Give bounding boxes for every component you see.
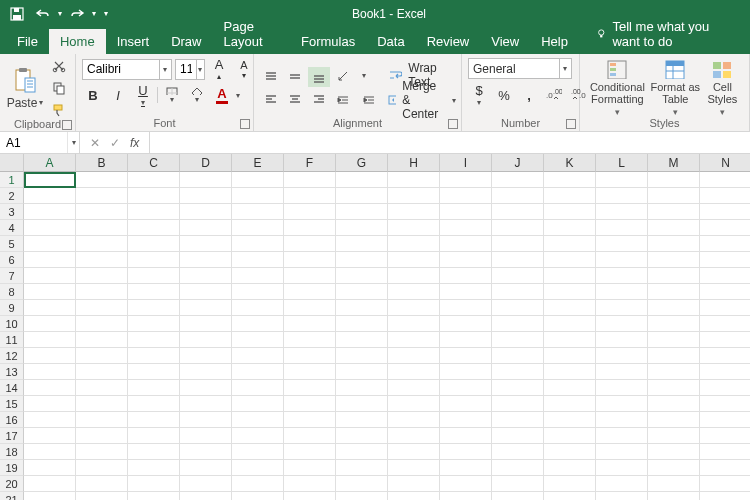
- cell[interactable]: [388, 492, 440, 500]
- cell[interactable]: [128, 284, 180, 300]
- font-size-select[interactable]: ▾: [175, 59, 205, 80]
- cell[interactable]: [284, 300, 336, 316]
- cell[interactable]: [440, 332, 492, 348]
- cell[interactable]: [700, 188, 750, 204]
- cell[interactable]: [544, 188, 596, 204]
- cell-styles-button[interactable]: Cell Styles▾: [702, 59, 743, 117]
- cell[interactable]: [700, 492, 750, 500]
- cell[interactable]: [336, 284, 388, 300]
- cell[interactable]: [492, 204, 544, 220]
- cell[interactable]: [700, 364, 750, 380]
- cell[interactable]: [24, 380, 76, 396]
- cell[interactable]: [700, 332, 750, 348]
- name-box[interactable]: ▾: [0, 132, 80, 153]
- cell[interactable]: [700, 236, 750, 252]
- cell[interactable]: [648, 268, 700, 284]
- cell[interactable]: [648, 188, 700, 204]
- cell[interactable]: [544, 396, 596, 412]
- cell[interactable]: [24, 492, 76, 500]
- cell[interactable]: [596, 396, 648, 412]
- chevron-down-icon[interactable]: ▾: [559, 59, 571, 78]
- cell[interactable]: [648, 300, 700, 316]
- cell[interactable]: [492, 348, 544, 364]
- cell[interactable]: [76, 300, 128, 316]
- cell[interactable]: [232, 380, 284, 396]
- cell[interactable]: [492, 332, 544, 348]
- cell[interactable]: [648, 396, 700, 412]
- cell[interactable]: [596, 412, 648, 428]
- cell[interactable]: [76, 316, 128, 332]
- number-launcher[interactable]: [566, 119, 576, 129]
- font-size-input[interactable]: [176, 60, 196, 78]
- cell[interactable]: [596, 380, 648, 396]
- cell[interactable]: [388, 300, 440, 316]
- cell[interactable]: [24, 412, 76, 428]
- cell[interactable]: [180, 460, 232, 476]
- cell[interactable]: [544, 172, 596, 188]
- cell[interactable]: [388, 476, 440, 492]
- cell[interactable]: [700, 220, 750, 236]
- row-header[interactable]: 9: [0, 300, 24, 316]
- cell[interactable]: [544, 332, 596, 348]
- cell[interactable]: [232, 172, 284, 188]
- font-color-button[interactable]: A: [211, 85, 233, 105]
- tab-formulas[interactable]: Formulas: [290, 29, 366, 54]
- tab-help[interactable]: Help: [530, 29, 579, 54]
- cell[interactable]: [700, 444, 750, 460]
- align-right-button[interactable]: [308, 89, 330, 109]
- cell[interactable]: [180, 348, 232, 364]
- cell[interactable]: [596, 236, 648, 252]
- cell[interactable]: [284, 412, 336, 428]
- cell[interactable]: [544, 364, 596, 380]
- cell[interactable]: [336, 332, 388, 348]
- cell[interactable]: [700, 316, 750, 332]
- row-header[interactable]: 5: [0, 236, 24, 252]
- cell[interactable]: [76, 204, 128, 220]
- row-header[interactable]: 12: [0, 348, 24, 364]
- cell[interactable]: [24, 252, 76, 268]
- cell[interactable]: [596, 492, 648, 500]
- cell[interactable]: [180, 412, 232, 428]
- cell[interactable]: [180, 220, 232, 236]
- cell[interactable]: [440, 396, 492, 412]
- cell[interactable]: [648, 364, 700, 380]
- column-header[interactable]: E: [232, 154, 284, 172]
- cell[interactable]: [336, 188, 388, 204]
- cell[interactable]: [24, 460, 76, 476]
- cell[interactable]: [440, 364, 492, 380]
- cell[interactable]: [232, 492, 284, 500]
- cell[interactable]: [700, 348, 750, 364]
- format-as-table-button[interactable]: Format as Table▾: [649, 59, 702, 117]
- cell[interactable]: [648, 172, 700, 188]
- cell[interactable]: [128, 380, 180, 396]
- column-header[interactable]: A: [24, 154, 76, 172]
- cell[interactable]: [284, 220, 336, 236]
- cell[interactable]: [544, 476, 596, 492]
- cell[interactable]: [700, 460, 750, 476]
- cell[interactable]: [128, 428, 180, 444]
- cell[interactable]: [76, 460, 128, 476]
- name-box-input[interactable]: [0, 132, 67, 153]
- cell[interactable]: [180, 380, 232, 396]
- formula-input[interactable]: [149, 132, 750, 153]
- decrease-indent-button[interactable]: [336, 93, 356, 107]
- align-bottom-button[interactable]: [308, 67, 330, 87]
- row-header[interactable]: 16: [0, 412, 24, 428]
- cell[interactable]: [284, 172, 336, 188]
- format-painter-button[interactable]: [50, 102, 68, 118]
- cell[interactable]: [700, 380, 750, 396]
- cell[interactable]: [648, 252, 700, 268]
- cell[interactable]: [180, 396, 232, 412]
- cell[interactable]: [24, 300, 76, 316]
- cell[interactable]: [284, 316, 336, 332]
- tab-home[interactable]: Home: [49, 29, 106, 54]
- cell[interactable]: [232, 396, 284, 412]
- cell[interactable]: [440, 204, 492, 220]
- cell[interactable]: [180, 188, 232, 204]
- cell[interactable]: [440, 236, 492, 252]
- cell[interactable]: [76, 444, 128, 460]
- cell[interactable]: [440, 220, 492, 236]
- font-launcher[interactable]: [240, 119, 250, 129]
- cell[interactable]: [544, 220, 596, 236]
- cell[interactable]: [388, 428, 440, 444]
